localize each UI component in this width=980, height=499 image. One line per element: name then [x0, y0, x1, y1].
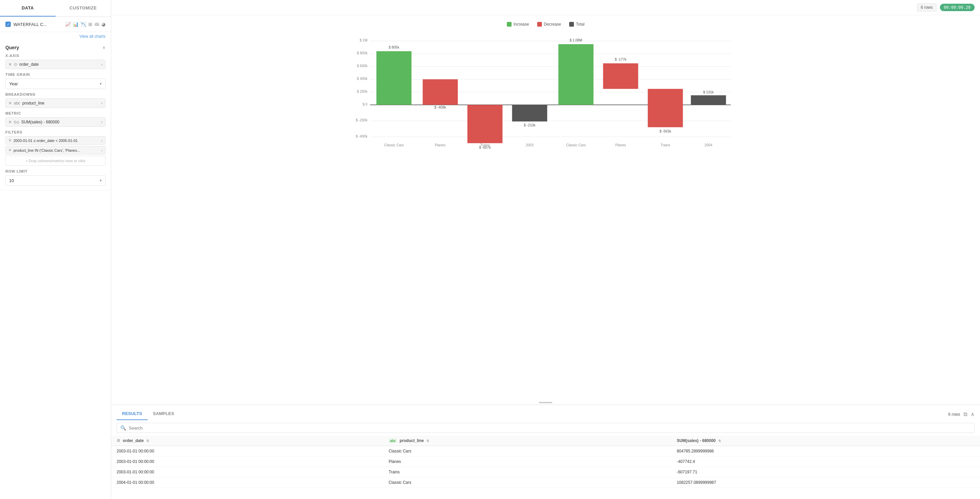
drop-zone[interactable]: + Drop columns/metrics here or click — [5, 156, 105, 166]
metric-close-icon[interactable]: ✕ — [8, 120, 12, 124]
drag-handle-bar — [539, 402, 552, 403]
cell-sum-sales-1: 804785.2899999986 — [671, 446, 980, 456]
timegrain-select[interactable]: Year ▾ — [5, 78, 105, 89]
cell-sum-sales-4: 1082257.0899999987 — [671, 477, 980, 488]
copy-icon[interactable]: ⧉ — [964, 411, 967, 418]
product-line-sort-icon[interactable]: ⇅ — [426, 439, 429, 443]
table-row: 2003-01-01 00:00:00 Planes -407742.4 — [111, 456, 980, 467]
legend-decrease-dot — [537, 22, 542, 27]
filters-label: FILTERS — [5, 130, 105, 134]
rowlimit-label: ROW LIMIT — [5, 169, 105, 173]
chart-name: WATERFALL C... — [13, 22, 62, 27]
bar-trains-2003[interactable] — [468, 105, 503, 143]
rowlimit-dropdown-icon: ▾ — [100, 179, 102, 183]
svg-text:Planes: Planes — [435, 143, 445, 147]
bar-planes-2004[interactable] — [603, 64, 638, 89]
svg-text:$ 600k: $ 600k — [357, 64, 368, 68]
breakdowns-field-name: product_line — [22, 101, 99, 105]
sum-sales-sort-icon[interactable]: ⇅ — [718, 439, 721, 443]
breakdowns-close-icon[interactable]: ✕ — [8, 101, 12, 105]
order-date-sort-icon[interactable]: ⇅ — [146, 439, 149, 443]
search-bar: 🔍 — [116, 423, 975, 433]
timer-badge: 00:00:00.20 — [940, 4, 975, 11]
bar-trains-2004[interactable] — [648, 89, 683, 128]
svg-text:2004: 2004 — [705, 143, 713, 147]
cell-order-date-3: 2003-01-01 00:00:00 — [111, 467, 383, 477]
filter-1-arrow-icon[interactable]: › — [101, 139, 102, 143]
tab-customize[interactable]: CUSTOMIZE — [56, 0, 111, 16]
breakdowns-field: ✕ abc product_line › — [5, 99, 105, 108]
bar-classic-cars-2003[interactable] — [376, 51, 412, 105]
line-chart-icon[interactable]: 📈 — [65, 22, 71, 27]
results-table: ⚙ order_date ⇅ abc product_line ⇅ SUM(sa… — [111, 435, 980, 488]
table-row: 2004-01-01 00:00:00 Classic Cars 1082257… — [111, 477, 980, 488]
area-chart-icon[interactable]: 📉 — [81, 22, 86, 27]
bar-2004-total[interactable] — [691, 96, 726, 105]
table-icon[interactable]: ⊞ — [88, 22, 92, 27]
cell-order-date-2: 2003-01-01 00:00:00 — [111, 456, 383, 467]
bar-2003-total[interactable] — [512, 105, 547, 121]
timegrain-dropdown-icon: ▾ — [100, 81, 102, 86]
tab-samples[interactable]: SAMPLES — [148, 408, 180, 420]
legend-decrease-label: Decrease — [544, 22, 561, 27]
cell-sum-sales-3: -607197.71 — [671, 467, 980, 477]
cell-order-date-1: 2003-01-01 00:00:00 — [111, 446, 383, 456]
bar-chart-icon[interactable]: 📊 — [73, 22, 78, 27]
metric-field: ✕ f(x) SUM(sales) - 680000 › — [5, 117, 105, 127]
legend-total: Total — [569, 22, 584, 27]
filter-tag-1: ✕ 2003-01-01 ≤ order_date < 2005-01-01 › — [5, 136, 105, 145]
svg-text:$ -177k: $ -177k — [615, 57, 627, 61]
query-section-header[interactable]: Query ∧ — [5, 45, 105, 50]
rowlimit-select[interactable]: 10 ▾ — [5, 175, 105, 186]
legend: Increase Decrease Total — [121, 22, 970, 27]
metric-arrow-icon[interactable]: › — [101, 120, 102, 124]
4k-icon[interactable]: 4k — [94, 22, 99, 27]
timegrain-value: Year — [9, 81, 100, 86]
results-header: RESULTS SAMPLES 6 rows ⧉ ∧ — [111, 405, 980, 420]
svg-text:$ 0: $ 0 — [363, 102, 368, 106]
tab-data[interactable]: DATA — [0, 0, 56, 16]
left-panel: DATA CUSTOMIZE ✓ WATERFALL C... 📈 📊 📉 ⊞ … — [0, 0, 111, 499]
svg-text:2003: 2003 — [526, 143, 533, 147]
chart-area: Increase Decrease Total $ 1M $ 800k $ 60… — [111, 15, 980, 400]
clock-chart-icon[interactable]: ◕ — [102, 22, 105, 27]
filter-2-arrow-icon[interactable]: › — [101, 148, 102, 152]
svg-text:$ 400k: $ 400k — [357, 77, 368, 81]
search-input[interactable] — [129, 426, 971, 430]
xaxis-field: ✕ ⊙ order_date › — [5, 60, 105, 69]
bar-planes-2003[interactable] — [423, 79, 458, 105]
svg-text:$ 1.08M: $ 1.08M — [570, 38, 582, 42]
view-all-link[interactable]: View all charts — [80, 34, 105, 39]
svg-text:Classic Cars: Classic Cars — [566, 143, 586, 147]
metric-label: METRIC — [5, 111, 105, 115]
rowlimit-value: 10 — [9, 178, 100, 183]
filter-2-close-icon[interactable]: ✕ — [8, 148, 11, 152]
collapse-icon[interactable]: ∧ — [970, 411, 975, 418]
query-collapse-icon[interactable]: ∧ — [102, 45, 105, 50]
metric-field-name: SUM(sales) - 680000 — [21, 120, 99, 124]
chart-selector: ✓ WATERFALL C... 📈 📊 📉 ⊞ 4k ◕ — [0, 17, 111, 32]
cell-product-line-2: Planes — [383, 456, 671, 467]
svg-text:Planes: Planes — [616, 143, 626, 147]
breakdowns-label: BREAKDOWNS — [5, 92, 105, 96]
view-all: View all charts — [0, 32, 111, 41]
filter-1-close-icon[interactable]: ✕ — [8, 138, 11, 143]
svg-text:$ -563k: $ -563k — [660, 129, 671, 133]
col-product-line: abc product_line ⇅ — [383, 435, 671, 446]
tab-results[interactable]: RESULTS — [116, 408, 148, 420]
chart-checkbox[interactable]: ✓ — [5, 22, 11, 27]
order-date-gear-icon: ⚙ — [116, 438, 120, 443]
top-bar: 6 rows 00:00:00.20 — [111, 0, 980, 15]
drag-handle[interactable] — [111, 400, 980, 405]
filter-1-text: 2003-01-01 ≤ order_date < 2005-01-01 — [13, 139, 99, 143]
tabs: DATA CUSTOMIZE — [0, 0, 111, 17]
breakdowns-arrow-icon[interactable]: › — [101, 101, 102, 105]
bar-classic-cars-2004[interactable] — [558, 44, 593, 105]
filter-2-text: product_line IN ('Classic Cars', 'Planes… — [13, 148, 99, 152]
bottom-panel: RESULTS SAMPLES 6 rows ⧉ ∧ 🔍 ⚙ order_dat… — [111, 405, 980, 499]
xaxis-close-icon[interactable]: ✕ — [8, 62, 12, 67]
product-line-abc-icon: abc — [388, 438, 397, 443]
waterfall-chart-svg: $ 1M $ 800k $ 600k $ 400k $ 200k $ 0 $ -… — [121, 32, 970, 153]
xaxis-arrow-icon[interactable]: › — [101, 62, 102, 67]
legend-total-label: Total — [576, 22, 584, 27]
